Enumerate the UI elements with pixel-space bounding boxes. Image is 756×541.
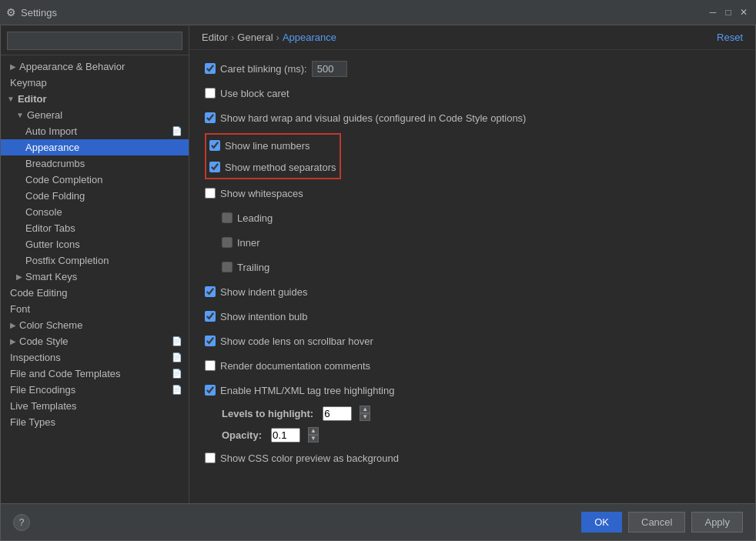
sidebar-item-file-types[interactable]: File Types [1,414,189,430]
caret-blinking-label[interactable]: Caret blinking (ms): [205,63,307,75]
levels-down-button[interactable]: ▼ [360,413,370,421]
cancel-button[interactable]: Cancel [628,512,685,533]
show-method-separators-text: Show method separators [225,162,336,173]
show-code-lens-label[interactable]: Show code lens on scrollbar hover [205,336,373,347]
help-button[interactable]: ? [13,514,30,531]
show-method-separators-label[interactable]: Show method separators [209,162,336,173]
render-doc-comments-checkbox[interactable] [205,360,216,371]
sidebar-item-general[interactable]: ▼ General [1,107,189,123]
sidebar-item-gutter-icons[interactable]: Gutter Icons [1,236,189,252]
sidebar-item-breadcrumbs[interactable]: Breadcrumbs [1,155,189,172]
titlebar: ⚙ Settings ─ □ ✕ [0,0,756,25]
sidebar-item-label: Appearance & Behavior [19,61,125,72]
opacity-input[interactable] [271,428,300,442]
sidebar-item-color-scheme[interactable]: ▶ Color Scheme [1,317,189,333]
trailing-checkbox [222,262,232,272]
enable-html-xml-row: Enable HTML/XML tag tree highlighting [205,381,740,399]
render-doc-comments-label[interactable]: Render documentation comments [205,360,370,372]
trailing-text: Trailing [237,262,269,273]
sidebar-item-appearance-behavior[interactable]: ▶ Appearance & Behavior [1,58,189,75]
breadcrumb-appearance: Appearance [283,32,336,43]
sidebar-item-file-code-templates[interactable]: File and Code Templates 📄 [1,366,189,382]
sidebar-item-label: Live Templates [10,400,76,412]
sidebar-item-label: Appearance [25,142,79,153]
show-css-color-row: Show CSS color preview as background [205,449,740,467]
sidebar-item-editor-tabs[interactable]: Editor Tabs [1,220,189,236]
levels-label: Levels to highlight: [222,408,313,419]
show-indent-guides-label[interactable]: Show indent guides [205,286,307,298]
show-line-numbers-row: Show line numbers [209,136,336,155]
show-whitespaces-checkbox[interactable] [205,188,216,199]
window-controls: ─ □ ✕ [707,6,750,18]
sidebar-item-appearance[interactable]: Appearance [1,139,189,155]
sidebar-item-code-completion[interactable]: Code Completion [1,172,189,188]
show-css-color-checkbox[interactable] [205,453,216,463]
show-line-numbers-label[interactable]: Show line numbers [209,140,310,152]
breadcrumb-general: General [237,32,273,43]
sidebar-item-label: Postfix Completion [25,255,109,266]
caret-blinking-input[interactable] [312,61,347,77]
show-line-numbers-checkbox[interactable] [209,140,220,151]
dialog-footer: ? OK Cancel Apply [1,503,755,540]
use-block-caret-checkbox[interactable] [205,88,216,99]
show-code-lens-row: Show code lens on scrollbar hover [205,332,740,350]
opacity-spinner: ▲ ▼ [308,427,319,442]
sidebar-item-inspections[interactable]: Inspections 📄 [1,349,189,366]
leading-text: Leading [237,212,273,224]
use-block-caret-label[interactable]: Use block caret [205,88,289,99]
show-indent-guides-checkbox[interactable] [205,286,216,297]
sidebar-item-keymap[interactable]: Keymap [1,75,189,91]
sidebar-item-auto-import[interactable]: Auto Import 📄 [1,123,189,139]
maximize-button[interactable]: □ [722,6,734,18]
sidebar-item-label: File and Code Templates [10,368,121,379]
show-intention-bulb-text: Show intention bulb [220,311,307,322]
sidebar-item-label: File Types [10,416,55,428]
show-indent-guides-row: Show indent guides [205,282,740,301]
sidebar-item-live-templates[interactable]: Live Templates [1,398,189,414]
apply-button[interactable]: Apply [691,512,743,533]
levels-input[interactable] [323,406,352,421]
enable-html-xml-label[interactable]: Enable HTML/XML tag tree highlighting [205,385,394,396]
sidebar-item-code-folding[interactable]: Code Folding [1,188,189,204]
sidebar-item-postfix-completion[interactable]: Postfix Completion [1,252,189,269]
caret-blinking-checkbox[interactable] [205,63,216,74]
sidebar-item-label: Code Editing [10,287,67,299]
ok-button[interactable]: OK [581,512,622,533]
sidebar-item-label: Breadcrumbs [25,158,85,169]
sidebar-item-console[interactable]: Console [1,204,189,220]
nav-tree: ▶ Appearance & Behavior Keymap ▼ Editor … [1,55,189,503]
sidebar-item-label: Editor [18,93,47,105]
sidebar-item-label: Console [25,206,62,218]
show-intention-bulb-checkbox[interactable] [205,311,216,322]
show-css-color-label[interactable]: Show CSS color preview as background [205,453,399,464]
minimize-button[interactable]: ─ [707,6,719,18]
opacity-up-button[interactable]: ▲ [308,427,319,435]
show-code-lens-checkbox[interactable] [205,336,216,346]
sidebar-item-editor[interactable]: ▼ Editor [1,91,189,107]
show-hard-wrap-checkbox[interactable] [205,112,216,123]
arrow-icon: ▶ [10,337,16,346]
arrow-icon: ▼ [16,111,24,119]
badge-icon: 📄 [172,352,182,362]
enable-html-xml-checkbox[interactable] [205,385,216,396]
close-button[interactable]: ✕ [738,6,750,18]
show-intention-bulb-label[interactable]: Show intention bulb [205,311,307,322]
reset-button[interactable]: Reset [717,32,743,43]
badge-icon: 📄 [172,126,182,136]
dialog-content: 🔍 ▶ Appearance & Behavior Keymap ▼ Edito… [1,25,755,503]
sidebar-item-file-encodings[interactable]: File Encodings 📄 [1,382,189,398]
sidebar-item-code-editing[interactable]: Code Editing [1,285,189,301]
show-line-numbers-text: Show line numbers [225,140,310,152]
opacity-down-button[interactable]: ▼ [308,435,319,442]
show-hard-wrap-label[interactable]: Show hard wrap and visual guides (config… [205,112,526,124]
window-title: Settings [21,7,707,18]
levels-up-button[interactable]: ▲ [360,406,370,413]
show-method-separators-checkbox[interactable] [209,162,220,172]
enable-html-xml-text: Enable HTML/XML tag tree highlighting [220,385,394,396]
sidebar-item-font[interactable]: Font [1,301,189,317]
show-whitespaces-label[interactable]: Show whitespaces [205,188,303,199]
sidebar-item-code-style[interactable]: ▶ Code Style 📄 [1,333,189,349]
sidebar-item-smart-keys[interactable]: ▶ Smart Keys [1,269,189,285]
search-input[interactable] [7,32,182,50]
sidebar-item-label: Smart Keys [25,271,77,282]
